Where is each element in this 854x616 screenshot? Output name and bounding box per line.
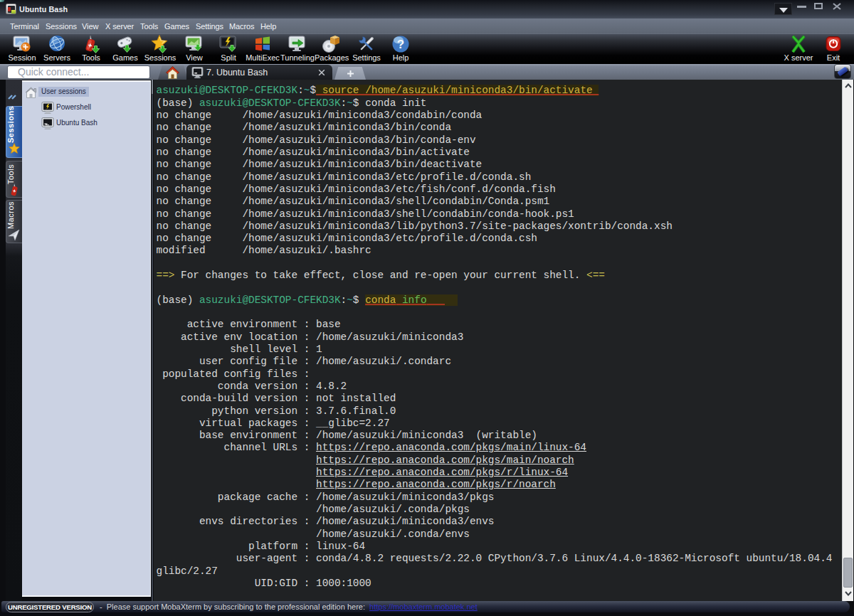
svg-text:?: ?: [397, 38, 404, 51]
